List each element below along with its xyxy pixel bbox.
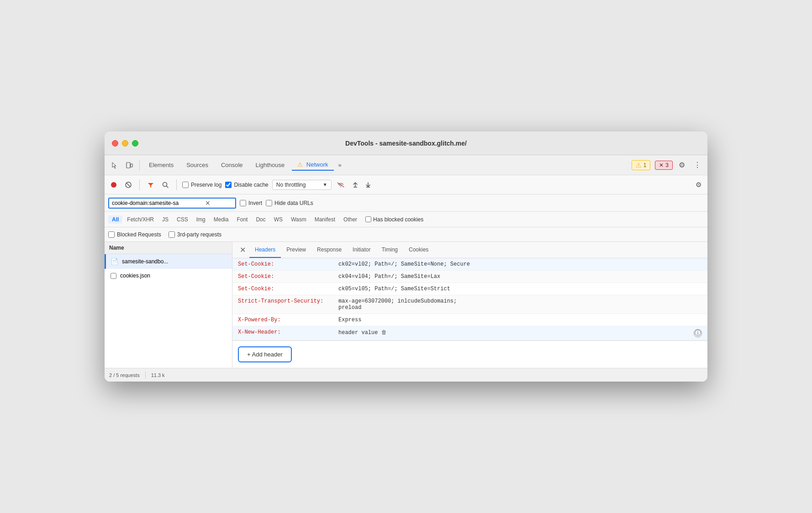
filter-input[interactable]: [112, 200, 203, 206]
header-name-0: Set-Cookie:: [238, 261, 338, 267]
type-btn-media[interactable]: Media: [210, 215, 232, 224]
type-btn-wasm[interactable]: Wasm: [287, 215, 310, 224]
type-btn-font[interactable]: Font: [233, 215, 251, 224]
file-icon-samesite: 📄: [111, 258, 118, 265]
header-value-1: ck04=vl04; Path=/; SameSite=Lax: [338, 273, 702, 280]
maximize-button[interactable]: [132, 140, 138, 147]
tab-elements[interactable]: Elements: [143, 160, 179, 170]
disable-cache-checkbox[interactable]: [225, 182, 232, 188]
wifi-icon: [335, 179, 346, 190]
extra-filters: Blocked Requests 3rd-party requests: [105, 227, 707, 242]
hide-data-urls-label[interactable]: Hide data URLs: [266, 200, 313, 206]
close-button[interactable]: [112, 140, 118, 147]
third-party-checkbox[interactable]: [169, 231, 175, 238]
type-btn-all[interactable]: All: [108, 215, 122, 224]
header-value-0: ck02=vl02; Path=/; SameSite=None; Secure: [338, 261, 702, 267]
file-item-cookies[interactable]: cookies.json: [105, 269, 232, 283]
error-icon: ✕: [659, 162, 664, 168]
has-blocked-cookies-checkbox[interactable]: [365, 216, 371, 222]
detail-tab-headers[interactable]: Headers: [249, 242, 281, 258]
record-stop-button[interactable]: [108, 179, 119, 190]
file-checkbox-cookies[interactable]: [111, 273, 116, 279]
type-btn-js[interactable]: JS: [158, 215, 172, 224]
hide-data-urls-checkbox[interactable]: [266, 200, 272, 206]
more-options-icon[interactable]: ⋮: [691, 159, 704, 172]
network-separator-2: [176, 179, 177, 190]
tab-more-button[interactable]: »: [336, 160, 344, 170]
type-btn-img[interactable]: Img: [193, 215, 209, 224]
download-icon[interactable]: [363, 179, 374, 190]
devtools-body: Elements Sources Console Lighthouse ⚠ Ne…: [105, 155, 707, 382]
throttle-select[interactable]: No throttling ▼: [272, 180, 332, 190]
header-value-2: ck05=vl05; Path=/; SameSite=Strict: [338, 286, 702, 292]
detail-tab-preview[interactable]: Preview: [281, 242, 311, 258]
warning-icon: ⚠: [636, 162, 642, 169]
blocked-requests-checkbox[interactable]: [108, 231, 115, 238]
preserve-log-label[interactable]: Preserve log: [182, 182, 221, 188]
clear-button[interactable]: [123, 179, 134, 190]
type-btn-manifest[interactable]: Manifest: [311, 215, 339, 224]
invert-label[interactable]: Invert: [240, 200, 262, 206]
detail-tab-cookies[interactable]: Cookies: [403, 242, 434, 258]
warning-badge[interactable]: ⚠ 1: [632, 160, 651, 170]
filter-bar: ✕ Invert Hide data URLs: [105, 194, 707, 212]
header-row-2: Set-Cookie: ck05=vl05; Path=/; SameSite=…: [232, 283, 707, 295]
svg-point-2: [111, 182, 116, 188]
header-row-3: Strict-Transport-Security: max-age=63072…: [232, 295, 707, 314]
devtools-window: DevTools - samesite-sandbox.glitch.me/ E…: [105, 131, 707, 382]
header-name-3: Strict-Transport-Security:: [238, 298, 338, 304]
svg-rect-0: [127, 162, 130, 168]
status-bar: 2 / 5 requests 11.3 k: [105, 368, 707, 382]
minimize-button[interactable]: [122, 140, 128, 147]
file-item-samesite[interactable]: 📄 samesite-sandbo...: [105, 254, 232, 269]
filter-button[interactable]: [145, 179, 156, 190]
detail-tab-timing[interactable]: Timing: [376, 242, 403, 258]
preserve-log-checkbox[interactable]: [182, 182, 189, 188]
detail-tab-initiator[interactable]: Initiator: [347, 242, 376, 258]
device-icon[interactable]: [123, 159, 136, 172]
disable-cache-label[interactable]: Disable cache: [225, 182, 268, 188]
type-filters: All Fetch/XHR JS CSS Img Media Font Doc …: [105, 212, 707, 227]
blocked-requests-label[interactable]: Blocked Requests: [108, 231, 161, 238]
type-btn-ws[interactable]: WS: [270, 215, 286, 224]
header-value-3: max-age=63072000; inlcudeSubdomains;prel…: [338, 298, 702, 311]
detail-close-button[interactable]: ✕: [236, 244, 249, 256]
cursor-icon[interactable]: [108, 159, 121, 172]
third-party-label[interactable]: 3rd-party requests: [169, 231, 221, 238]
has-blocked-cookies-label[interactable]: Has blocked cookies: [365, 216, 423, 223]
error-badge[interactable]: ✕ 3: [655, 161, 673, 170]
network-separator-1: [139, 179, 140, 190]
network-toolbar: Preserve log Disable cache No throttling…: [105, 175, 707, 194]
settings-icon[interactable]: ⚙: [675, 159, 688, 172]
main-content: Name 📄 samesite-sandbo... cookies.json ✕…: [105, 242, 707, 368]
add-header-button[interactable]: + Add header: [238, 346, 292, 362]
upload-icon[interactable]: [350, 179, 361, 190]
header-row-5: X-New-Header: header value 🗑 ⓘ: [232, 326, 707, 340]
delete-icon[interactable]: 🗑: [381, 330, 387, 336]
invert-checkbox[interactable]: [240, 200, 246, 206]
titlebar: DevTools - samesite-sandbox.glitch.me/: [105, 131, 707, 155]
tab-sources[interactable]: Sources: [181, 160, 214, 170]
type-btn-fetchxhr[interactable]: Fetch/XHR: [123, 215, 158, 224]
tab-console[interactable]: Console: [216, 160, 248, 170]
tab-lighthouse[interactable]: Lighthouse: [250, 160, 290, 170]
type-btn-doc[interactable]: Doc: [252, 215, 269, 224]
toolbar-top: Elements Sources Console Lighthouse ⚠ Ne…: [105, 155, 707, 175]
type-btn-other[interactable]: Other: [340, 215, 361, 224]
info-icon[interactable]: ⓘ: [694, 329, 702, 337]
detail-tab-response[interactable]: Response: [311, 242, 347, 258]
network-settings-icon[interactable]: ⚙: [693, 179, 704, 190]
type-btn-css[interactable]: CSS: [173, 215, 192, 224]
filter-clear-button[interactable]: ✕: [205, 199, 211, 207]
toolbar-separator-1: [139, 160, 140, 171]
network-tab-warn-icon: ⚠: [297, 161, 303, 168]
filter-input-wrap: ✕: [108, 198, 236, 209]
size-text: 11.3 k: [151, 372, 165, 378]
search-button[interactable]: [160, 179, 171, 190]
svg-rect-1: [131, 164, 132, 167]
status-divider: [145, 372, 146, 379]
header-name-5: X-New-Header:: [238, 329, 338, 335]
tab-network[interactable]: ⚠ Network: [292, 159, 333, 171]
file-list-header: Name: [105, 242, 232, 254]
svg-line-4: [127, 183, 130, 187]
